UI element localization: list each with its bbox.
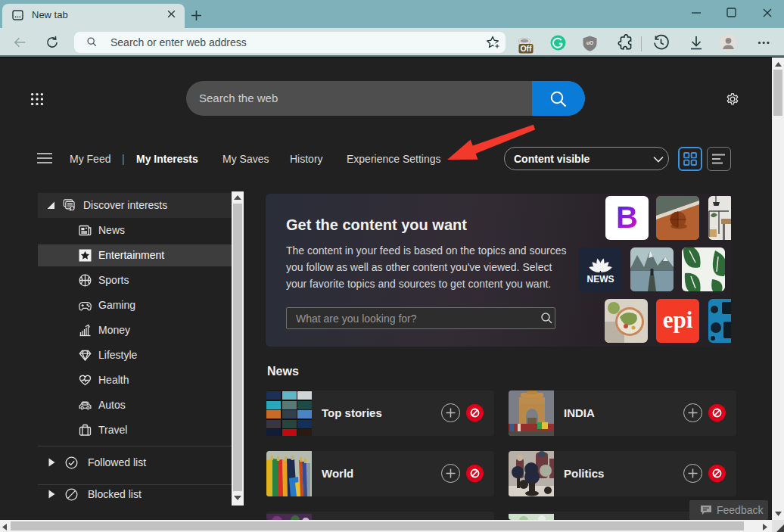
svg-text:NEWS: NEWS [587, 274, 614, 285]
svg-text:Off: Off [520, 44, 532, 53]
svg-text:uO: uO [586, 40, 593, 45]
